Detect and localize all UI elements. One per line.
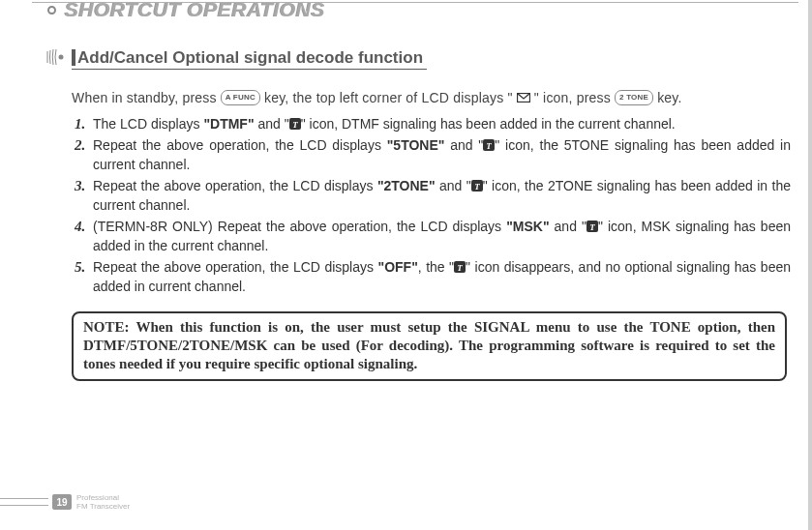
step-text: and " (255, 116, 289, 132)
t-icon: T (471, 178, 483, 193)
footer-line2: FM Transceiver (76, 502, 130, 511)
envelope-icon (517, 90, 534, 105)
step-text: , the " (418, 259, 454, 275)
step-text: Repeat the above operation, the LCD disp… (93, 178, 377, 193)
step-bold: "OFF" (378, 259, 418, 275)
svg-text:T: T (457, 263, 463, 273)
t-icon: T (289, 116, 301, 132)
svg-text:T: T (292, 120, 298, 130)
intro-text: When in standby, press (72, 90, 221, 105)
page: SHORTCUT OPERATIONS Add/Cancel Optional … (0, 0, 812, 530)
t-icon: T (483, 137, 495, 153)
page-number: 19 (52, 494, 72, 510)
header-title: SHORTCUT OPERATIONS (65, 0, 325, 21)
step-bold: "2TONE" (377, 178, 436, 193)
step-3: Repeat the above operation, the LCD disp… (89, 176, 791, 215)
steps-list: The LCD displays "DTMF" and "T" icon, DT… (72, 114, 791, 296)
key-2-tone: 2 TONE (615, 90, 653, 105)
step-4: (TERMN-8R ONLY) Repeat the above operati… (89, 217, 791, 255)
svg-text:T: T (487, 141, 493, 151)
step-text: Repeat the above operation, the LCD disp… (93, 137, 387, 153)
note-box: NOTE: When this function is on, the user… (72, 311, 787, 381)
page-edge (808, 0, 812, 530)
step-text: and " (436, 178, 471, 193)
step-text: Repeat the above operation, the LCD disp… (93, 259, 378, 275)
footer: 19 Professional FM Transceiver (0, 493, 130, 511)
section: Add/Cancel Optional signal decode functi… (33, 48, 798, 381)
step-1: The LCD displays "DTMF" and "T" icon, DT… (89, 114, 791, 133)
intro-text: key. (657, 90, 681, 105)
header-bullet-icon (47, 6, 56, 15)
step-5: Repeat the above operation, the LCD disp… (89, 257, 791, 296)
step-bold: "5TONE" (387, 137, 445, 153)
t-icon: T (586, 219, 598, 234)
intro-text: " icon, press (534, 90, 615, 105)
section-title-text: Add/Cancel Optional signal decode functi… (77, 48, 423, 67)
footer-bar-icon (0, 498, 48, 506)
step-text: (TERMN-8R ONLY) Repeat the above operati… (93, 219, 506, 234)
step-bold: "MSK" (506, 219, 549, 234)
footer-line1: Professional (76, 493, 130, 502)
t-icon: T (454, 259, 466, 275)
step-text: " icon, DTMF signaling has been added in… (301, 116, 676, 132)
section-heading: Add/Cancel Optional signal decode functi… (46, 48, 798, 70)
title-bar-icon (72, 49, 75, 66)
step-2: Repeat the above operation, the LCD disp… (89, 135, 791, 174)
wave-icon (46, 49, 64, 69)
step-bold: "DTMF" (203, 116, 254, 132)
section-title: Add/Cancel Optional signal decode functi… (72, 48, 427, 70)
intro-paragraph: When in standby, press A FUNC key, the t… (72, 87, 791, 108)
key-a-func: A FUNC (221, 90, 260, 105)
svg-point-0 (59, 55, 64, 60)
svg-text:T: T (589, 222, 595, 232)
svg-text:T: T (474, 182, 480, 191)
step-text: The LCD displays (93, 116, 203, 132)
step-text: and " (444, 137, 483, 153)
intro-text: key, the top left corner of LCD displays… (264, 90, 517, 105)
footer-text: Professional FM Transceiver (76, 493, 130, 511)
step-text: and " (550, 219, 586, 234)
